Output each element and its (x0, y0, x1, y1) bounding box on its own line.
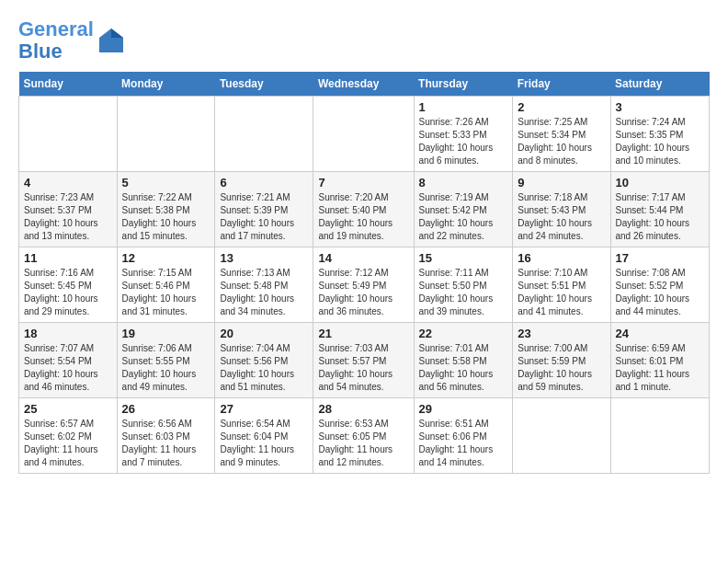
day-info: Sunrise: 7:26 AM Sunset: 5:33 PM Dayligh… (419, 116, 508, 167)
day-of-week-header: Thursday (414, 72, 513, 97)
day-number: 23 (518, 327, 605, 340)
calendar-cell: 3Sunrise: 7:24 AM Sunset: 5:35 PM Daylig… (610, 97, 710, 172)
day-number: 18 (24, 327, 112, 340)
calendar-cell: 6Sunrise: 7:21 AM Sunset: 5:39 PM Daylig… (215, 172, 313, 247)
day-info: Sunrise: 7:24 AM Sunset: 5:35 PM Dayligh… (616, 116, 705, 167)
day-of-week-header: Wednesday (313, 72, 414, 97)
day-info: Sunrise: 6:56 AM Sunset: 6:03 PM Dayligh… (122, 418, 210, 469)
calendar-cell: 5Sunrise: 7:22 AM Sunset: 5:38 PM Daylig… (117, 172, 215, 247)
calendar-cell: 21Sunrise: 7:03 AM Sunset: 5:57 PM Dayli… (313, 323, 414, 398)
calendar-cell (513, 398, 610, 474)
day-info: Sunrise: 7:06 AM Sunset: 5:55 PM Dayligh… (122, 342, 210, 394)
day-info: Sunrise: 7:13 AM Sunset: 5:48 PM Dayligh… (220, 267, 308, 318)
day-info: Sunrise: 7:16 AM Sunset: 5:45 PM Dayligh… (24, 267, 112, 318)
day-of-week-header: Sunday (19, 72, 118, 97)
day-info: Sunrise: 7:18 AM Sunset: 5:43 PM Dayligh… (518, 191, 605, 243)
day-number: 19 (122, 327, 210, 340)
day-info: Sunrise: 7:17 AM Sunset: 5:44 PM Dayligh… (616, 191, 705, 243)
day-info: Sunrise: 7:25 AM Sunset: 5:34 PM Dayligh… (518, 116, 605, 167)
day-number: 29 (419, 402, 508, 416)
day-number: 9 (518, 176, 605, 190)
calendar-cell: 20Sunrise: 7:04 AM Sunset: 5:56 PM Dayli… (215, 323, 313, 398)
calendar-cell: 19Sunrise: 7:06 AM Sunset: 5:55 PM Dayli… (117, 323, 215, 398)
day-info: Sunrise: 7:19 AM Sunset: 5:42 PM Dayligh… (419, 191, 508, 243)
calendar-cell: 10Sunrise: 7:17 AM Sunset: 5:44 PM Dayli… (610, 172, 710, 247)
logo: GeneralBlue (18, 18, 125, 63)
day-number: 11 (24, 251, 112, 265)
day-number: 25 (24, 402, 112, 416)
day-number: 13 (220, 251, 308, 265)
calendar-table: SundayMondayTuesdayWednesdayThursdayFrid… (18, 72, 710, 474)
logo-icon (97, 27, 125, 54)
day-number: 24 (616, 327, 705, 340)
calendar-cell: 22Sunrise: 7:01 AM Sunset: 5:58 PM Dayli… (414, 323, 513, 398)
day-info: Sunrise: 6:53 AM Sunset: 6:05 PM Dayligh… (318, 418, 408, 469)
day-info: Sunrise: 6:57 AM Sunset: 6:02 PM Dayligh… (24, 418, 112, 469)
day-info: Sunrise: 7:03 AM Sunset: 5:57 PM Dayligh… (318, 342, 408, 394)
calendar-cell (610, 398, 710, 474)
calendar-cell: 11Sunrise: 7:16 AM Sunset: 5:45 PM Dayli… (19, 247, 118, 323)
day-number: 17 (616, 251, 705, 265)
day-number: 21 (318, 327, 408, 340)
day-info: Sunrise: 7:15 AM Sunset: 5:46 PM Dayligh… (122, 267, 210, 318)
day-number: 16 (518, 251, 605, 265)
calendar-cell (19, 97, 118, 172)
calendar-cell (215, 97, 313, 172)
day-of-week-header: Friday (513, 72, 610, 97)
day-number: 15 (419, 251, 508, 265)
day-info: Sunrise: 7:01 AM Sunset: 5:58 PM Dayligh… (419, 342, 508, 394)
calendar-cell: 27Sunrise: 6:54 AM Sunset: 6:04 PM Dayli… (215, 398, 313, 474)
calendar-cell: 4Sunrise: 7:23 AM Sunset: 5:37 PM Daylig… (19, 172, 118, 247)
calendar-cell (313, 97, 414, 172)
calendar-cell: 1Sunrise: 7:26 AM Sunset: 5:33 PM Daylig… (414, 97, 513, 172)
day-info: Sunrise: 6:59 AM Sunset: 6:01 PM Dayligh… (616, 342, 705, 394)
day-number: 6 (220, 176, 308, 190)
calendar-cell: 14Sunrise: 7:12 AM Sunset: 5:49 PM Dayli… (313, 247, 414, 323)
calendar-cell: 28Sunrise: 6:53 AM Sunset: 6:05 PM Dayli… (313, 398, 414, 474)
day-info: Sunrise: 7:22 AM Sunset: 5:38 PM Dayligh… (122, 191, 210, 243)
day-of-week-header: Saturday (610, 72, 710, 97)
day-number: 20 (220, 327, 308, 340)
svg-marker-1 (111, 29, 123, 38)
calendar-week-row: 11Sunrise: 7:16 AM Sunset: 5:45 PM Dayli… (19, 247, 710, 323)
calendar-cell: 8Sunrise: 7:19 AM Sunset: 5:42 PM Daylig… (414, 172, 513, 247)
calendar-cell: 12Sunrise: 7:15 AM Sunset: 5:46 PM Dayli… (117, 247, 215, 323)
day-info: Sunrise: 7:04 AM Sunset: 5:56 PM Dayligh… (220, 342, 308, 394)
calendar-week-row: 1Sunrise: 7:26 AM Sunset: 5:33 PM Daylig… (19, 97, 710, 172)
calendar-cell (117, 97, 215, 172)
calendar-cell: 29Sunrise: 6:51 AM Sunset: 6:06 PM Dayli… (414, 398, 513, 474)
calendar-cell: 23Sunrise: 7:00 AM Sunset: 5:59 PM Dayli… (513, 323, 610, 398)
days-header-row: SundayMondayTuesdayWednesdayThursdayFrid… (19, 72, 710, 97)
calendar-week-row: 18Sunrise: 7:07 AM Sunset: 5:54 PM Dayli… (19, 323, 710, 398)
day-info: Sunrise: 7:00 AM Sunset: 5:59 PM Dayligh… (518, 342, 605, 394)
day-info: Sunrise: 6:54 AM Sunset: 6:04 PM Dayligh… (220, 418, 308, 469)
logo-text: GeneralBlue (18, 18, 94, 63)
day-number: 10 (616, 176, 705, 190)
calendar-cell: 16Sunrise: 7:10 AM Sunset: 5:51 PM Dayli… (513, 247, 610, 323)
day-info: Sunrise: 7:08 AM Sunset: 5:52 PM Dayligh… (616, 267, 705, 318)
day-number: 27 (220, 402, 308, 416)
calendar-week-row: 25Sunrise: 6:57 AM Sunset: 6:02 PM Dayli… (19, 398, 710, 474)
calendar-cell: 18Sunrise: 7:07 AM Sunset: 5:54 PM Dayli… (19, 323, 118, 398)
day-number: 14 (318, 251, 408, 265)
calendar-cell: 9Sunrise: 7:18 AM Sunset: 5:43 PM Daylig… (513, 172, 610, 247)
day-number: 3 (616, 100, 705, 114)
calendar-week-row: 4Sunrise: 7:23 AM Sunset: 5:37 PM Daylig… (19, 172, 710, 247)
day-info: Sunrise: 7:07 AM Sunset: 5:54 PM Dayligh… (24, 342, 112, 394)
calendar-cell: 17Sunrise: 7:08 AM Sunset: 5:52 PM Dayli… (610, 247, 710, 323)
day-info: Sunrise: 6:51 AM Sunset: 6:06 PM Dayligh… (419, 418, 508, 469)
calendar-cell: 13Sunrise: 7:13 AM Sunset: 5:48 PM Dayli… (215, 247, 313, 323)
day-number: 7 (318, 176, 408, 190)
calendar-cell: 25Sunrise: 6:57 AM Sunset: 6:02 PM Dayli… (19, 398, 118, 474)
day-info: Sunrise: 7:21 AM Sunset: 5:39 PM Dayligh… (220, 191, 308, 243)
day-of-week-header: Tuesday (215, 72, 313, 97)
day-number: 12 (122, 251, 210, 265)
calendar-cell: 2Sunrise: 7:25 AM Sunset: 5:34 PM Daylig… (513, 97, 610, 172)
day-number: 2 (518, 100, 605, 114)
day-number: 5 (122, 176, 210, 190)
day-info: Sunrise: 7:12 AM Sunset: 5:49 PM Dayligh… (318, 267, 408, 318)
calendar-cell: 7Sunrise: 7:20 AM Sunset: 5:40 PM Daylig… (313, 172, 414, 247)
calendar-cell: 24Sunrise: 6:59 AM Sunset: 6:01 PM Dayli… (610, 323, 710, 398)
day-number: 4 (24, 176, 112, 190)
day-info: Sunrise: 7:11 AM Sunset: 5:50 PM Dayligh… (419, 267, 508, 318)
